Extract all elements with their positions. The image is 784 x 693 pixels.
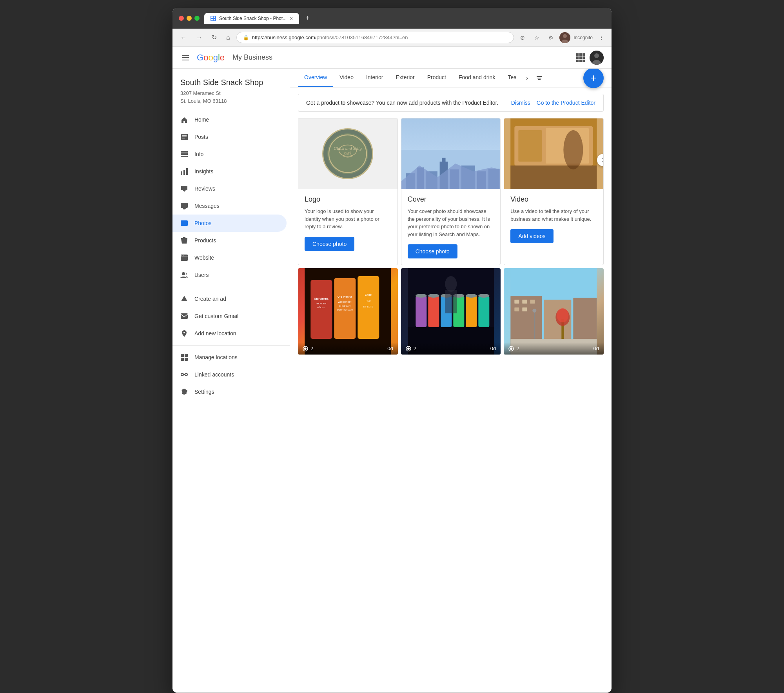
tab-exterior[interactable]: Exterior [390,69,421,87]
close-traffic-light[interactable] [179,16,184,21]
insights-icon [180,167,188,175]
browser-window: South Side Snack Shop - Phot... × + ← → … [172,8,612,693]
svg-rect-37 [181,313,188,319]
tab-overview[interactable]: Overview [298,69,333,87]
sidebar-item-create-ad[interactable]: Create an ad [172,290,287,307]
sidebar-item-settings[interactable]: Settings [172,383,287,400]
tab-close-button[interactable]: × [290,15,293,22]
sodas-views: 2 [406,346,416,351]
street-photo-card[interactable]: 2 0d [504,268,604,355]
address-line2: St. Louis, MO 63118 [180,98,227,104]
sidebar-item-insights[interactable]: Insights [172,163,287,180]
banner-dismiss-button[interactable]: Dismiss [511,100,530,106]
sidebar-item-posts[interactable]: Posts [172,128,287,146]
add-photo-button[interactable]: + [583,69,604,88]
menu-icon[interactable]: ⋮ [596,32,607,43]
svg-rect-24 [181,153,188,155]
sidebar-nav: Home Posts Info [172,111,290,400]
snacks-photo-card[interactable]: Old Vienna HICKORY BÉCUE Old Vienna WISC… [298,268,398,355]
video-image [504,118,603,189]
cover-choose-photo-button[interactable]: Choose photo [408,244,457,258]
settings-icon [180,388,188,396]
svg-rect-2 [211,19,213,20]
sidebar-item-linked-accounts[interactable]: Linked accounts [172,366,287,383]
minimize-traffic-light[interactable] [187,16,192,21]
video-card-body: Video Use a video to tell the story of y… [504,189,603,249]
cover-title: Cover [408,195,494,204]
svg-rect-25 [181,156,188,157]
tab-favicon [211,16,216,21]
google-logo: G o o g l e [197,53,225,63]
cover-card-body: Cover Your cover photo should showcase t… [401,189,501,265]
new-tab-button[interactable]: + [302,13,313,24]
tab-product[interactable]: Product [421,69,452,87]
tabs-filter-button[interactable] [533,71,546,85]
sidebar-item-products[interactable]: Products [172,232,287,249]
svg-text:Glück und Selig: Glück und Selig [334,146,362,151]
sidebar-label-manage-locations: Manage locations [194,354,238,360]
extensions-icon[interactable]: ⚙ [545,32,556,43]
logo-g2: g [213,53,218,63]
bookmark-icon[interactable]: ☆ [531,32,542,43]
address-bar[interactable]: 🔒 https://business.google.com/photos/l/0… [236,32,514,43]
address-line1: 3207 Meramec St [180,90,221,96]
sidebar-item-manage-locations[interactable]: Manage locations [172,349,287,366]
snacks-views: 2 [303,346,313,351]
refresh-button[interactable]: ↻ [209,32,220,43]
svg-point-97 [428,294,439,298]
svg-rect-113 [523,300,527,304]
svg-rect-94 [466,296,477,327]
sidebar-label-photos: Photos [194,220,212,226]
sidebar-label-linked-accounts: Linked accounts [194,371,234,378]
tab-food-drink[interactable]: Food and drink [452,69,501,87]
sidebar-label-info: Info [194,151,203,157]
sodas-overlay: 2 0d [401,342,501,355]
svg-rect-41 [181,358,184,361]
gmail-icon [180,312,188,320]
svg-rect-116 [523,307,527,311]
sidebar-item-photos[interactable]: Photos [172,215,287,232]
sodas-photo-card[interactable]: 2 0d [401,268,501,355]
svg-point-96 [416,294,426,298]
incognito-label: Incognito [573,35,593,40]
sidebar-label-reviews: Reviews [194,186,215,192]
home-button[interactable]: ⌂ [223,33,233,43]
browser-tab-active[interactable]: South Side Snack Shop - Phot... × [204,13,299,24]
hamburger-menu[interactable] [180,53,191,62]
sidebar-item-gmail[interactable]: Get custom Gmail [172,307,287,325]
svg-point-103 [445,276,457,292]
photo-tabs-bar: Overview Video Interior Exterior Product… [290,69,612,87]
website-icon [180,254,188,262]
photo-grid: Glück und Selig CAFÉ Logo Your logo is u… [298,118,604,355]
tab-interior[interactable]: Interior [360,69,390,87]
svg-rect-13 [576,60,579,62]
tab-tea[interactable]: Tea [501,69,523,87]
apps-grid-icon[interactable] [576,53,585,62]
user-avatar[interactable] [590,51,604,65]
sidebar-item-messages[interactable]: Messages [172,197,287,215]
forward-button[interactable]: → [193,33,205,43]
logo-choose-photo-button[interactable]: Choose photo [305,237,354,251]
sidebar-item-reviews[interactable]: Reviews [172,180,287,197]
svg-text:RIPLETS: RIPLETS [363,306,373,308]
sidebar-item-add-location[interactable]: Add new location [172,325,287,342]
maximize-traffic-light[interactable] [194,16,200,21]
banner-goto-button[interactable]: Go to the Product Editor [537,100,595,106]
logo-g: G [197,53,203,63]
sidebar-item-website[interactable]: Website [172,249,287,266]
sidebar-item-info[interactable]: Info [172,146,287,163]
svg-rect-95 [478,296,489,327]
sidebar-item-home[interactable]: Home [172,111,287,128]
tabs-more-button[interactable]: › [523,71,531,85]
business-address: 3207 Meramec St St. Louis, MO 63118 [180,89,282,105]
profile-avatar[interactable] [559,32,570,43]
tab-video[interactable]: Video [333,69,360,87]
business-name: South Side Snack Shop [180,78,282,87]
cast-icon[interactable]: ⊘ [517,32,528,43]
browser-titlebar: South Side Snack Shop - Phot... × + [172,8,612,29]
video-add-button[interactable]: Add videos [510,229,553,243]
create-ad-icon [180,295,188,303]
back-button[interactable]: ← [177,33,190,43]
app-header: G o o g l e My Business [172,47,612,69]
sidebar-item-users[interactable]: Users [172,266,287,284]
